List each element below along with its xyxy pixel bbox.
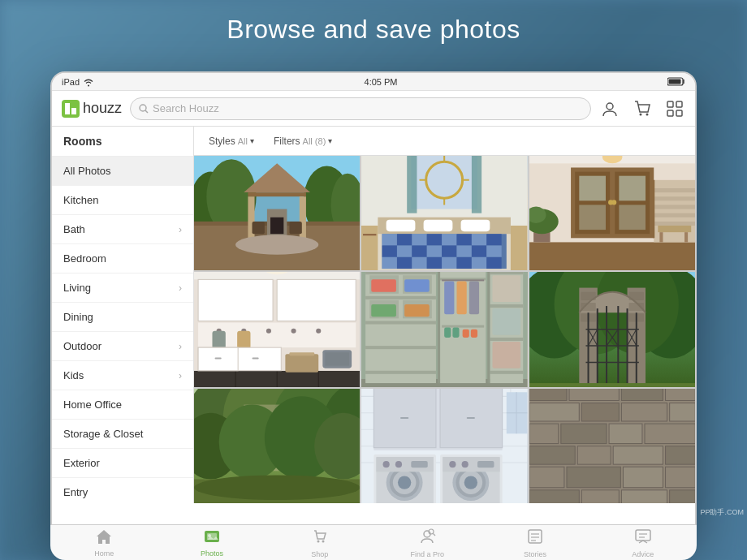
sidebar-item-entry[interactable]: Entry xyxy=(52,478,193,503)
svg-rect-30 xyxy=(289,222,301,234)
photos-area: Styles All ▾ Filters All (8) ▾ xyxy=(194,127,695,503)
watermark: PP助手.COM xyxy=(700,507,744,518)
svg-rect-156 xyxy=(490,304,524,308)
svg-rect-57 xyxy=(427,246,442,257)
svg-rect-67 xyxy=(457,257,472,269)
watermark-text: PP助手.COM xyxy=(700,508,744,516)
svg-rect-71 xyxy=(511,226,527,270)
svg-rect-42 xyxy=(386,220,416,231)
sidebar-item-dining[interactable]: Dining xyxy=(52,303,193,332)
svg-rect-107 xyxy=(198,280,273,321)
photo-laundry-room[interactable] xyxy=(361,389,527,503)
tab-shop[interactable]: Shop xyxy=(266,528,374,558)
svg-rect-163 xyxy=(488,272,490,383)
svg-rect-124 xyxy=(325,353,349,366)
tab-advice[interactable]: Advice xyxy=(589,528,697,558)
logo-text: houzz xyxy=(83,100,122,117)
sidebar-item-label: Exterior xyxy=(63,457,100,469)
svg-rect-58 xyxy=(442,246,456,257)
entry-scene-svg xyxy=(529,156,695,270)
sidebar-item-living[interactable]: Living › xyxy=(52,274,193,303)
wifi-icon xyxy=(83,77,94,87)
svg-rect-146 xyxy=(444,282,454,315)
nav-icons xyxy=(599,98,685,119)
houzz-logo-icon xyxy=(62,100,80,118)
svg-rect-52 xyxy=(472,234,486,245)
svg-point-28 xyxy=(235,235,318,255)
sidebar-item-kids[interactable]: Kids › xyxy=(52,361,193,390)
svg-rect-46 xyxy=(382,234,397,245)
sidebar-item-bedroom[interactable]: Bedroom xyxy=(52,244,193,274)
sidebar-item-outdoor[interactable]: Outdoor › xyxy=(52,332,193,361)
sidebar-item-label: Bedroom xyxy=(63,252,106,265)
svg-rect-56 xyxy=(412,246,427,257)
tab-stories-label: Stories xyxy=(524,550,546,558)
grid-view-button[interactable] xyxy=(664,98,685,119)
svg-rect-122 xyxy=(289,353,314,356)
photo-mudroom[interactable] xyxy=(194,272,360,386)
sidebar-item-storage-closet[interactable]: Storage & Closet xyxy=(52,420,193,449)
svg-rect-243 xyxy=(400,417,408,419)
svg-rect-147 xyxy=(457,282,467,315)
sidebar-item-all-photos[interactable]: All Photos xyxy=(52,157,193,186)
cart-button[interactable] xyxy=(632,98,653,119)
photo-garden-arch[interactable] xyxy=(529,272,695,386)
sidebar-item-label: Kids xyxy=(63,369,84,381)
svg-rect-66 xyxy=(442,257,456,269)
svg-rect-50 xyxy=(442,234,456,245)
photo-trees-exterior[interactable] xyxy=(194,389,360,503)
svg-point-7 xyxy=(607,103,613,110)
photo-gazebo[interactable] xyxy=(194,156,360,270)
svg-rect-51 xyxy=(457,234,472,245)
svg-point-112 xyxy=(266,329,271,334)
tab-find-pro[interactable]: Find a Pro xyxy=(374,528,481,558)
svg-rect-47 xyxy=(397,234,412,245)
svg-rect-70 xyxy=(361,226,378,270)
sidebar-item-exterior[interactable]: Exterior xyxy=(52,449,193,478)
svg-rect-49 xyxy=(427,234,442,245)
svg-rect-63 xyxy=(397,257,412,269)
svg-rect-1 xyxy=(669,80,681,84)
chevron-right-icon: › xyxy=(179,282,182,294)
houzz-logo[interactable]: houzz xyxy=(62,100,122,118)
svg-rect-4 xyxy=(71,108,76,114)
styles-filter-button[interactable]: Styles All ▾ xyxy=(204,133,259,149)
photo-bedroom[interactable] xyxy=(361,156,527,270)
photo-entry-hall[interactable] xyxy=(529,156,695,270)
tab-home[interactable]: Home xyxy=(50,528,158,558)
svg-line-281 xyxy=(434,533,436,536)
tab-photos[interactable]: Photos xyxy=(158,528,266,558)
svg-point-86 xyxy=(611,200,616,205)
filters-value: All (8) xyxy=(303,136,326,146)
shop-icon xyxy=(311,528,329,549)
sidebar-item-kitchen[interactable]: Kitchen xyxy=(52,186,193,215)
svg-rect-90 xyxy=(654,205,695,209)
svg-rect-62 xyxy=(382,257,397,269)
ipad-frame: iPad 4:05 PM houzz xyxy=(50,71,697,541)
svg-rect-119 xyxy=(215,358,222,360)
svg-rect-34 xyxy=(472,156,481,213)
svg-rect-148 xyxy=(469,282,479,315)
svg-rect-120 xyxy=(253,358,259,360)
find-pro-icon xyxy=(418,528,436,549)
tab-stories[interactable]: Stories xyxy=(481,528,589,558)
svg-point-278 xyxy=(322,540,324,542)
sidebar-item-home-office[interactable]: Home Office xyxy=(52,390,193,420)
svg-point-238 xyxy=(462,461,468,467)
home-icon xyxy=(95,528,113,549)
svg-rect-73 xyxy=(529,238,695,270)
profile-button[interactable] xyxy=(599,98,620,119)
photo-stone-wall[interactable] xyxy=(529,389,695,503)
svg-rect-82 xyxy=(619,176,646,201)
photo-closet-organizer[interactable] xyxy=(361,272,527,386)
mudroom-scene-svg xyxy=(194,272,360,386)
svg-rect-173 xyxy=(581,303,595,311)
svg-line-6 xyxy=(145,110,148,113)
status-left: iPad xyxy=(62,77,94,87)
sidebar-item-bath[interactable]: Bath › xyxy=(52,215,193,244)
status-right xyxy=(667,77,685,86)
search-bar[interactable]: Search Houzz xyxy=(130,97,591,120)
closet-scene-svg xyxy=(361,272,527,386)
person-icon xyxy=(601,100,619,118)
filters-button[interactable]: Filters All (8) ▾ xyxy=(269,133,337,149)
